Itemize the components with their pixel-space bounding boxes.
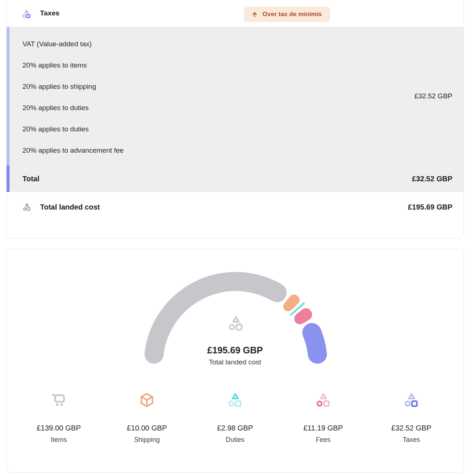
arrow-up-icon (251, 11, 258, 18)
vat-row: 20% applies to duties (22, 119, 124, 140)
vat-group-amount: £32.52 GBP (414, 91, 452, 101)
total-landed-cost-amount: £195.69 GBP (408, 202, 452, 212)
gauge-landed-cost-icon (227, 315, 245, 332)
gauge-center-caption: Total landed cost (7, 358, 463, 366)
total-landed-cost-icon (22, 202, 32, 212)
badge-label: Over tax de minimis (263, 11, 322, 18)
legend-label: Taxes (367, 435, 455, 444)
gauge-center-amount: £195.69 GBP (7, 345, 463, 356)
gauge-segment-taxes: Taxes: £32.52 GBP (302, 323, 327, 364)
legend-label: Items (15, 435, 103, 444)
landed-cost-chart-card: Items: £139.00 GBPShipping: £10.00 GBPDu… (6, 249, 464, 473)
legend-amount: £139.00 GBP (15, 423, 103, 433)
gauge-segment-shipping: Shipping: £10.00 GBP (283, 294, 300, 311)
taxes-landed-cost-icon (21, 9, 32, 19)
package-icon (103, 391, 191, 409)
vat-row: 20% applies to advancement fee (22, 140, 124, 161)
vat-row: 20% applies to duties (22, 97, 124, 119)
landed-cost-quote-page: Taxes Over tax de minimis VAT (Value-add… (0, 0, 470, 476)
legend-amount: £32.52 GBP (367, 423, 455, 433)
legend-amount: £11.19 GBP (279, 423, 367, 433)
vat-rows: VAT (Value-added tax) 20% applies to ite… (22, 33, 124, 161)
gauge-legend: £139.00 GBP Items £10.00 GBP Shipping £2… (15, 391, 455, 444)
vat-stripe (7, 27, 10, 166)
legend-item-duties: £2.98 GBP Duties (191, 391, 279, 444)
gauge-segment-fees: Fees: £11.19 GBP (294, 308, 312, 324)
duties-landed-cost-icon (191, 391, 279, 409)
legend-item-fees: £11.19 GBP Fees (279, 391, 367, 444)
legend-amount: £2.98 GBP (191, 423, 279, 433)
total-landed-cost-label: Total landed cost (40, 202, 100, 212)
taxes-card-title: Taxes (40, 9, 59, 17)
legend-item-taxes: £32.52 GBP Taxes (367, 391, 455, 444)
legend-label: Duties (191, 435, 279, 444)
vat-row-title: VAT (Value-added tax) (22, 33, 124, 55)
legend-item-items: £139.00 GBP Items (15, 391, 103, 444)
cart-icon (15, 391, 103, 409)
legend-amount: £10.00 GBP (103, 423, 191, 433)
legend-item-shipping: £10.00 GBP Shipping (103, 391, 191, 444)
taxes-card: Taxes Over tax de minimis VAT (Value-add… (6, 0, 464, 239)
vat-row: 20% applies to items (22, 55, 124, 76)
total-amount: £32.52 GBP (412, 174, 452, 184)
total-label: Total (22, 174, 39, 184)
legend-label: Fees (279, 435, 367, 444)
total-stripe (7, 166, 10, 192)
taxes-landed-cost-icon-legend (367, 391, 455, 409)
gauge-segment-duties: Duties: £2.98 GBP (290, 302, 305, 316)
legend-label: Shipping (103, 435, 191, 444)
over-tax-de-minimis-badge: Over tax de minimis (244, 7, 330, 22)
fees-landed-cost-icon (279, 391, 367, 409)
vat-row: 20% applies to shipping (22, 76, 124, 97)
